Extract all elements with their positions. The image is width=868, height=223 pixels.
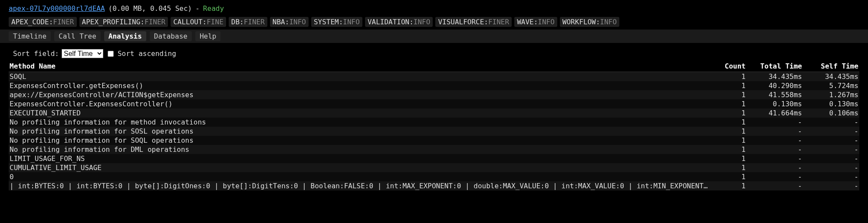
analysis-controls: Sort field: Self TimeTotal TimeCountName… — [0, 43, 868, 62]
table-row[interactable]: CUMULATIVE_LIMIT_USAGE1-- — [9, 163, 859, 172]
table-row[interactable]: | int:BYTES:0 | int:BYTES:0 | byte[]:Dig… — [9, 181, 859, 190]
col-method-name[interactable]: Method Name — [9, 62, 712, 72]
log-level-key: VISUALFORCE: — [438, 18, 488, 26]
log-level-key: NBA: — [273, 18, 289, 26]
tab-call-tree[interactable]: Call Tree — [54, 31, 101, 41]
log-level-key: SYSTEM: — [314, 18, 343, 26]
cell-count: 1 — [712, 181, 746, 190]
cell-total-time: 0.130ms — [746, 99, 803, 108]
tab-analysis[interactable]: Analysis — [104, 31, 146, 41]
log-level-value: FINER — [145, 18, 165, 26]
log-level-value: FINE — [207, 18, 224, 26]
table-row[interactable]: No profiling information for method invo… — [9, 118, 859, 127]
cell-self-time: - — [803, 136, 859, 145]
log-level-chip: DB:FINER — [229, 17, 267, 27]
cell-self-time: - — [803, 118, 859, 127]
tab-help[interactable]: Help — [195, 31, 221, 41]
cell-total-time: - — [746, 172, 803, 181]
cell-count: 1 — [712, 118, 746, 127]
table-row[interactable]: No profiling information for SOQL operat… — [9, 136, 859, 145]
cell-count: 1 — [712, 81, 746, 90]
cell-self-time: 34.435ms — [803, 72, 859, 82]
log-level-chip: VALIDATION:INFO — [365, 17, 433, 27]
table-row[interactable]: No profiling information for DML operati… — [9, 145, 859, 154]
cell-count: 1 — [712, 145, 746, 154]
table-row[interactable]: SOQL134.435ms34.435ms — [9, 72, 859, 82]
log-level-chip: APEX_PROFILING:FINER — [79, 17, 168, 27]
cell-self-time: - — [803, 172, 859, 181]
log-level-chip: APEX_CODE:FINER — [9, 17, 77, 27]
cell-total-time: - — [746, 145, 803, 154]
log-level-value: INFO — [600, 18, 617, 26]
log-level-chip: CALLOUT:FINE — [171, 17, 226, 27]
table-row[interactable]: 01-- — [9, 172, 859, 181]
tab-database[interactable]: Database — [150, 31, 192, 41]
cell-method-name: No profiling information for method invo… — [9, 118, 712, 127]
cell-self-time: 0.106ms — [803, 108, 859, 118]
cell-self-time: - — [803, 163, 859, 172]
cell-total-time: - — [746, 127, 803, 136]
log-level-chip: SYSTEM:INFO — [311, 17, 362, 27]
log-level-value: INFO — [538, 18, 555, 26]
table-row[interactable]: apex://ExpensesController/ACTION$getExpe… — [9, 90, 859, 99]
cell-method-name: No profiling information for SOQL operat… — [9, 136, 712, 145]
table-header-row: Method Name Count Total Time Self Time — [9, 62, 859, 72]
log-level-value: INFO — [343, 18, 360, 26]
table-row[interactable]: ExpensesController.getExpenses()140.290m… — [9, 81, 859, 90]
log-level-value: INFO — [289, 18, 306, 26]
col-self-time[interactable]: Self Time — [803, 62, 859, 72]
cell-total-time: 40.290ms — [746, 81, 803, 90]
cell-total-time: - — [746, 136, 803, 145]
cell-self-time: - — [803, 154, 859, 163]
col-total-time[interactable]: Total Time — [746, 62, 803, 72]
cell-method-name: LIMIT_USAGE_FOR_NS — [9, 154, 712, 163]
analysis-table-wrap: Method Name Count Total Time Self Time S… — [0, 62, 868, 190]
cell-method-name: ExpensesController.ExpensesController() — [9, 99, 712, 108]
log-level-value: INFO — [414, 18, 431, 26]
log-level-chip: WORKFLOW:INFO — [560, 17, 619, 27]
cell-method-name: 0 — [9, 172, 712, 181]
cell-method-name: CUMULATIVE_LIMIT_USAGE — [9, 163, 712, 172]
cell-method-name: | int:BYTES:0 | int:BYTES:0 | byte[]:Dig… — [9, 181, 712, 190]
sort-field-select[interactable]: Self TimeTotal TimeCountName — [62, 49, 103, 58]
log-level-chip: VISUALFORCE:FINER — [435, 17, 512, 27]
log-size-time: (0.00 MB, 0.045 Sec) — [108, 4, 192, 13]
table-row[interactable]: ExpensesController.ExpensesController()1… — [9, 99, 859, 108]
cell-count: 1 — [712, 172, 746, 181]
cell-self-time: - — [803, 145, 859, 154]
cell-count: 1 — [712, 154, 746, 163]
cell-total-time: - — [746, 118, 803, 127]
col-count[interactable]: Count — [712, 62, 746, 72]
cell-total-time: - — [746, 163, 803, 172]
log-level-key: VALIDATION: — [368, 18, 414, 26]
analysis-table: Method Name Count Total Time Self Time S… — [9, 62, 859, 190]
log-level-key: WORKFLOW: — [562, 18, 600, 26]
tabbar: TimelineCall TreeAnalysisDatabaseHelp — [0, 30, 868, 43]
log-level-chip: NBA:INFO — [270, 17, 309, 27]
cell-count: 1 — [712, 99, 746, 108]
dash: - — [195, 4, 200, 13]
cell-self-time: 0.130ms — [803, 99, 859, 108]
sort-ascending-checkbox[interactable] — [108, 51, 114, 57]
sort-field-label: Sort field: — [13, 49, 59, 58]
table-row[interactable]: EXECUTION_STARTED141.664ms0.106ms — [9, 108, 859, 118]
log-level-key: WAVE: — [517, 18, 538, 26]
log-level-value: FINER — [244, 18, 265, 26]
log-level-chip: WAVE:INFO — [514, 17, 557, 27]
log-file-link[interactable]: apex-07L7y000000rl7dEAA — [9, 4, 105, 13]
cell-count: 1 — [712, 136, 746, 145]
cell-method-name: apex://ExpensesController/ACTION$getExpe… — [9, 90, 712, 99]
table-row[interactable]: LIMIT_USAGE_FOR_NS1-- — [9, 154, 859, 163]
log-level-value: FINER — [53, 18, 74, 26]
cell-total-time: - — [746, 154, 803, 163]
log-level-key: CALLOUT: — [173, 18, 207, 26]
cell-count: 1 — [712, 72, 746, 82]
log-levels-row: APEX_CODE:FINERAPEX_PROFILING:FINERCALLO… — [0, 15, 868, 30]
cell-total-time: 41.558ms — [746, 90, 803, 99]
cell-method-name: No profiling information for SOSL operat… — [9, 127, 712, 136]
cell-count: 1 — [712, 90, 746, 99]
sort-ascending-label: Sort ascending — [118, 49, 176, 58]
table-row[interactable]: No profiling information for SOSL operat… — [9, 127, 859, 136]
cell-method-name: No profiling information for DML operati… — [9, 145, 712, 154]
tab-timeline[interactable]: Timeline — [9, 31, 51, 41]
